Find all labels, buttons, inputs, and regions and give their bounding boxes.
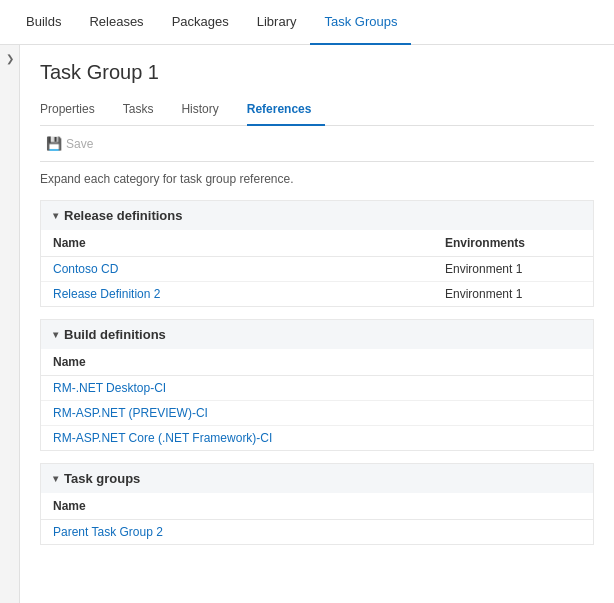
main-content: ❯ Task Group 1 PropertiesTasksHistoryRef… <box>0 45 614 603</box>
row-name[interactable]: RM-ASP.NET Core (.NET Framework)-CI <box>41 426 593 451</box>
section-header-release-definitions[interactable]: ▾Release definitions <box>41 201 593 230</box>
row-link[interactable]: Parent Task Group 2 <box>53 525 163 539</box>
section-body-build-definitions: NameRM-.NET Desktop-CIRM-ASP.NET (PREVIE… <box>41 349 593 450</box>
table-row: Contoso CDEnvironment 1 <box>41 257 593 282</box>
section-release-definitions: ▾Release definitionsNameEnvironmentsCont… <box>40 200 594 307</box>
ref-table-release-definitions: NameEnvironmentsContoso CDEnvironment 1R… <box>41 230 593 306</box>
chevron-icon: ▾ <box>53 473 58 484</box>
section-title-task-groups: Task groups <box>64 471 140 486</box>
sub-tabs: PropertiesTasksHistoryReferences <box>40 96 594 126</box>
row-link[interactable]: RM-ASP.NET (PREVIEW)-CI <box>53 406 208 420</box>
col-name-header: Name <box>41 230 433 257</box>
nav-item-releases[interactable]: Releases <box>75 0 157 45</box>
table-row: Release Definition 2Environment 1 <box>41 282 593 307</box>
top-nav: BuildsReleasesPackagesLibraryTask Groups <box>0 0 614 45</box>
row-link[interactable]: RM-.NET Desktop-CI <box>53 381 166 395</box>
sub-tab-tasks[interactable]: Tasks <box>123 96 168 126</box>
toolbar: 💾 Save <box>40 126 594 162</box>
sidebar-toggle[interactable]: ❯ <box>0 45 20 603</box>
section-build-definitions: ▾Build definitionsNameRM-.NET Desktop-CI… <box>40 319 594 451</box>
row-env: Environment 1 <box>433 282 593 307</box>
table-row: RM-ASP.NET Core (.NET Framework)-CI <box>41 426 593 451</box>
row-name[interactable]: Parent Task Group 2 <box>41 520 593 545</box>
nav-item-task-groups[interactable]: Task Groups <box>310 0 411 45</box>
col-env-header: Environments <box>433 230 593 257</box>
section-title-build-definitions: Build definitions <box>64 327 166 342</box>
section-title-release-definitions: Release definitions <box>64 208 182 223</box>
col-name-header: Name <box>41 493 593 520</box>
section-task-groups: ▾Task groupsNameParent Task Group 2 <box>40 463 594 545</box>
sections-container: ▾Release definitionsNameEnvironmentsCont… <box>40 200 594 545</box>
nav-item-library[interactable]: Library <box>243 0 311 45</box>
sub-tab-properties[interactable]: Properties <box>40 96 109 126</box>
sub-tab-history[interactable]: History <box>181 96 232 126</box>
sub-tab-references[interactable]: References <box>247 96 326 126</box>
col-name-header: Name <box>41 349 593 376</box>
row-link[interactable]: RM-ASP.NET Core (.NET Framework)-CI <box>53 431 272 445</box>
save-button[interactable]: 💾 Save <box>40 134 99 153</box>
section-body-release-definitions: NameEnvironmentsContoso CDEnvironment 1R… <box>41 230 593 306</box>
nav-item-builds[interactable]: Builds <box>12 0 75 45</box>
save-icon: 💾 <box>46 136 62 151</box>
content-area: Task Group 1 PropertiesTasksHistoryRefer… <box>20 45 614 603</box>
row-name[interactable]: RM-ASP.NET (PREVIEW)-CI <box>41 401 593 426</box>
table-row: RM-ASP.NET (PREVIEW)-CI <box>41 401 593 426</box>
row-env: Environment 1 <box>433 257 593 282</box>
row-name[interactable]: RM-.NET Desktop-CI <box>41 376 593 401</box>
description: Expand each category for task group refe… <box>40 172 594 186</box>
nav-item-packages[interactable]: Packages <box>158 0 243 45</box>
row-link[interactable]: Contoso CD <box>53 262 118 276</box>
row-name[interactable]: Contoso CD <box>41 257 433 282</box>
table-row: Parent Task Group 2 <box>41 520 593 545</box>
page-title: Task Group 1 <box>40 61 594 84</box>
row-name[interactable]: Release Definition 2 <box>41 282 433 307</box>
save-label: Save <box>66 137 93 151</box>
chevron-icon: ▾ <box>53 210 58 221</box>
table-row: RM-.NET Desktop-CI <box>41 376 593 401</box>
section-header-build-definitions[interactable]: ▾Build definitions <box>41 320 593 349</box>
ref-table-task-groups: NameParent Task Group 2 <box>41 493 593 544</box>
row-link[interactable]: Release Definition 2 <box>53 287 160 301</box>
sidebar-toggle-icon: ❯ <box>6 53 14 64</box>
ref-table-build-definitions: NameRM-.NET Desktop-CIRM-ASP.NET (PREVIE… <box>41 349 593 450</box>
section-header-task-groups[interactable]: ▾Task groups <box>41 464 593 493</box>
section-body-task-groups: NameParent Task Group 2 <box>41 493 593 544</box>
chevron-icon: ▾ <box>53 329 58 340</box>
